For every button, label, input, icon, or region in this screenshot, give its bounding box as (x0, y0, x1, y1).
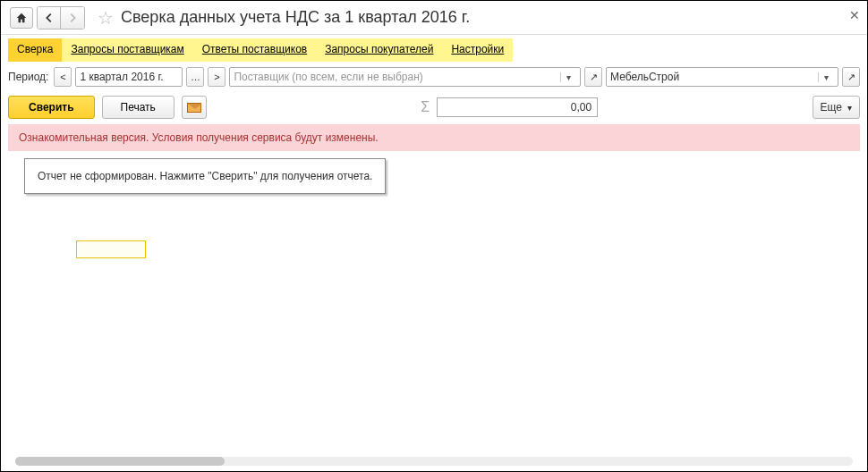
tab-settings[interactable]: Настройки (442, 38, 513, 62)
more-label: Еще (821, 101, 842, 114)
period-value: 1 квартал 2016 г. (80, 71, 163, 83)
nav-arrows (37, 6, 85, 30)
forward-button[interactable] (61, 7, 84, 29)
period-field[interactable]: 1 квартал 2016 г. (75, 67, 183, 87)
selection-rect (76, 240, 146, 258)
arrow-right-icon (66, 12, 79, 24)
supplier-dropdown-icon[interactable]: ▾ (560, 72, 576, 82)
tab-buyer-requests[interactable]: Запросы покупателей (316, 38, 442, 62)
trial-banner: Ознакомительная версия. Условия получени… (8, 124, 860, 151)
home-icon (15, 12, 28, 24)
toolbar: Сверить Печать Σ 0,00 Еще ▾ (1, 92, 867, 122)
close-button[interactable]: ✕ (849, 8, 860, 22)
report-empty-message: Отчет не сформирован. Нажмите "Сверить" … (24, 158, 386, 194)
filter-row: Период: < 1 квартал 2016 г. … > Поставщи… (1, 62, 867, 92)
supplier-placeholder: Поставщик (по всем, если не выбран) (234, 71, 422, 83)
favorite-star-icon[interactable]: ☆ (98, 7, 114, 29)
sum-field[interactable]: 0,00 (437, 97, 598, 117)
verify-button[interactable]: Сверить (8, 96, 95, 119)
tab-bar: Сверка Запросы поставщикам Ответы постав… (8, 38, 513, 62)
period-select-button[interactable]: … (186, 67, 204, 87)
organization-dropdown-icon[interactable]: ▾ (818, 72, 834, 82)
page-title: Сверка данных учета НДС за 1 квартал 201… (121, 8, 470, 27)
home-button[interactable] (10, 7, 33, 29)
report-area: Отчет не сформирован. Нажмите "Сверить" … (15, 158, 853, 435)
organization-value: МебельСтрой (610, 71, 679, 83)
arrow-left-icon (43, 12, 55, 24)
tab-supplier-responses[interactable]: Ответы поставщиков (193, 38, 316, 62)
supplier-field[interactable]: Поставщик (по всем, если не выбран) ▾ (229, 67, 581, 87)
horizontal-scrollbar[interactable] (15, 457, 853, 466)
app-window: ☆ Сверка данных учета НДС за 1 квартал 2… (0, 0, 868, 472)
period-prev-button[interactable]: < (54, 67, 72, 87)
sigma-icon: Σ (421, 99, 430, 115)
chevron-down-icon: ▾ (847, 103, 852, 113)
supplier-open-button[interactable]: ↗ (584, 67, 602, 87)
email-button[interactable] (182, 96, 207, 119)
scrollbar-thumb[interactable] (15, 457, 225, 466)
organization-field[interactable]: МебельСтрой ▾ (606, 67, 838, 87)
tab-supplier-requests[interactable]: Запросы поставщикам (62, 38, 192, 62)
titlebar: ☆ Сверка данных учета НДС за 1 квартал 2… (1, 1, 867, 35)
organization-open-button[interactable]: ↗ (842, 67, 860, 87)
more-button[interactable]: Еще ▾ (813, 96, 860, 119)
envelope-icon (187, 103, 201, 113)
tab-sverka[interactable]: Сверка (8, 38, 62, 62)
print-button[interactable]: Печать (102, 96, 174, 119)
back-button[interactable] (38, 7, 61, 29)
period-next-button[interactable]: > (208, 67, 226, 87)
sum-value: 0,00 (571, 101, 591, 114)
period-label: Период: (8, 71, 48, 83)
